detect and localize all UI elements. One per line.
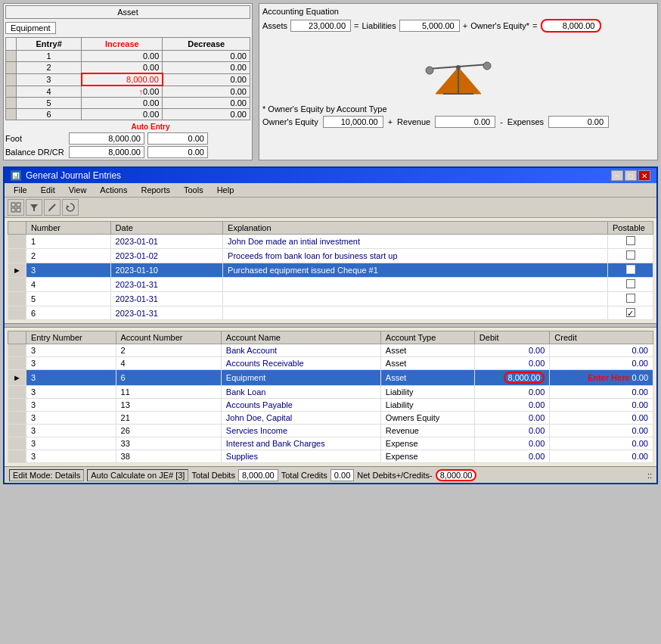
journal-row-5[interactable]: 5 2023-01-31: [8, 292, 653, 306]
details-row-6[interactable]: 3 21 John Doe, Capital Owners Equity 0.0…: [8, 412, 653, 425]
journal-arrow-3: ►: [8, 263, 26, 278]
close-button[interactable]: ✕: [638, 170, 650, 181]
balance-label: Balance DR/CR: [5, 148, 66, 157]
details-accname-9: Supplies: [221, 450, 380, 463]
minimize-button[interactable]: −: [611, 170, 623, 181]
arrow-cell-2: [6, 62, 17, 74]
journal-arrow-2: [8, 249, 26, 263]
decrease-2: 0.00: [163, 62, 250, 74]
details-row-1[interactable]: 3 2 Bank Account Asset 0.00 0.00: [8, 344, 653, 357]
details-row-4[interactable]: 3 11 Bank Loan Liability 0.00 0.00: [8, 386, 653, 399]
details-row-5[interactable]: 3 13 Accounts Payable Liability 0.00 0.0…: [8, 399, 653, 412]
checkbox-3[interactable]: [626, 265, 635, 274]
assets-value: 23,000.00: [290, 20, 351, 32]
details-credit-header: Credit: [550, 331, 653, 344]
checkbox-5[interactable]: [626, 294, 635, 303]
details-debit-1: 0.00: [474, 344, 550, 357]
oe-expenses-value: 0.00: [548, 116, 609, 128]
journal-exp-1: John Doe made an intial investment: [223, 235, 608, 249]
foot-decrease: 0.00: [147, 132, 208, 145]
oe-revenue-value: 0.00: [435, 116, 495, 128]
details-credit-4: 0.00: [550, 386, 653, 399]
details-debit-2: 0.00: [474, 357, 550, 370]
details-accname-1: Bank Account: [221, 344, 380, 357]
total-debits-label: Total Debits: [191, 471, 234, 480]
entry-num-2: 2: [17, 62, 82, 74]
toolbar-refresh-btn[interactable]: [62, 199, 79, 216]
checkbox-1[interactable]: [626, 236, 635, 245]
journal-row-1[interactable]: 1 2023-01-01 John Doe made an intial inv…: [8, 235, 653, 249]
details-acctype-3: Asset: [380, 370, 474, 386]
details-accname-8: Interest and Bank Charges: [221, 437, 380, 450]
details-credit-6: 0.00: [550, 412, 653, 425]
menu-actions[interactable]: Actions: [94, 184, 133, 196]
details-accnum-header: Account Number: [116, 331, 221, 344]
details-arrow-9: [8, 450, 26, 463]
journal-date-5: 2023-01-31: [110, 292, 223, 306]
checkbox-4[interactable]: [626, 279, 635, 288]
main-window: 📊 General Journal Entries − □ ✕ File Edi…: [3, 166, 658, 484]
details-acctype-7: Revenue: [380, 425, 474, 437]
oe-minus-sign: -: [500, 117, 503, 126]
foot-label: Foot: [5, 134, 66, 143]
increase-3: 8,000.00: [82, 73, 163, 86]
details-row-7[interactable]: 3 26 Servcies Income Revenue 0.00 0.00: [8, 425, 653, 437]
details-row-3[interactable]: ► 3 6 Equipment Asset 8,000.00 Enter Her…: [8, 370, 653, 386]
asset-row-3: 3 8,000.00 0.00: [6, 73, 250, 86]
checkbox-2[interactable]: [626, 250, 635, 260]
toolbar-filter-btn[interactable]: [26, 199, 42, 216]
svg-point-4: [483, 62, 491, 70]
journal-exp-2: Proceeds from bank loan for business sta…: [223, 249, 608, 263]
details-accnum-1: 2: [116, 344, 221, 357]
menu-bar: File Edit View Actions Reports Tools Hel…: [5, 183, 656, 198]
details-accnum-2: 4: [116, 357, 221, 370]
details-debit-3: 8,000.00: [474, 370, 550, 386]
menu-reports[interactable]: Reports: [135, 184, 176, 196]
toolbar-pencil-btn[interactable]: [44, 199, 61, 216]
checkbox-6[interactable]: ✓: [626, 308, 635, 317]
details-arrow-7: [8, 425, 26, 437]
journal-postable-1: [608, 235, 653, 249]
entry-num-6: 6: [17, 109, 82, 120]
oe-note: * Owner's Equity by Account Type: [262, 104, 654, 114]
menu-edit[interactable]: Edit: [35, 184, 61, 196]
details-arrow-header: [8, 331, 26, 344]
journal-arrow-4: [8, 278, 26, 292]
toolbar-grid-btn[interactable]: [8, 199, 24, 216]
oe-plus-sign: +: [388, 117, 393, 126]
details-acctype-9: Expense: [380, 450, 474, 463]
details-row-8[interactable]: 3 33 Interest and Bank Charges Expense 0…: [8, 437, 653, 450]
menu-help[interactable]: Help: [211, 184, 241, 196]
assets-label: Assets: [262, 21, 287, 30]
details-arrow-4: [8, 386, 26, 399]
journal-arrow-5: [8, 292, 26, 306]
oe-expenses-label: Expenses: [507, 117, 544, 126]
journal-header-row: Number Date Explanation Postable: [8, 222, 653, 235]
journal-row-4[interactable]: 4 2023-01-31: [8, 278, 653, 292]
details-row-2[interactable]: 3 4 Accounts Receivable Asset 0.00 0.00: [8, 357, 653, 370]
journal-row-6[interactable]: 6 2023-01-31 ✓: [8, 306, 653, 320]
menu-view[interactable]: View: [63, 184, 93, 196]
svg-rect-11: [17, 208, 20, 212]
maximize-button[interactable]: □: [625, 170, 637, 181]
journal-exp-4: [223, 278, 608, 292]
journal-row-3[interactable]: ► 3 2023-01-10 Purchased equipment issue…: [8, 263, 653, 278]
menu-tools[interactable]: Tools: [178, 184, 209, 196]
asset-panel: Asset Equipment Entry# Increase Decrease…: [3, 3, 253, 160]
menu-file[interactable]: File: [8, 184, 33, 196]
details-arrow-5: [8, 399, 26, 412]
asset-row-5: 5 0.00 0.00: [6, 98, 250, 109]
asset-row-6: 6 0.00 0.00: [6, 109, 250, 120]
balance-row: Balance DR/CR 8,000.00 0.00: [5, 146, 250, 158]
increase-6: 0.00: [82, 109, 163, 120]
increase-2: 0.00: [82, 62, 163, 74]
details-acctype-1: Asset: [380, 344, 474, 357]
increase-header: Increase: [82, 38, 163, 51]
svg-line-13: [49, 204, 55, 210]
journal-row-2[interactable]: 2 2023-01-02 Proceeds from bank loan for…: [8, 249, 653, 263]
details-row-9[interactable]: 3 38 Supplies Expense 0.00 0.00: [8, 450, 653, 463]
equipment-label: Equipment: [5, 22, 56, 34]
details-accnum-5: 13: [116, 399, 221, 412]
svg-marker-12: [30, 204, 38, 211]
oe-owner-value: 10,000.00: [323, 116, 383, 128]
